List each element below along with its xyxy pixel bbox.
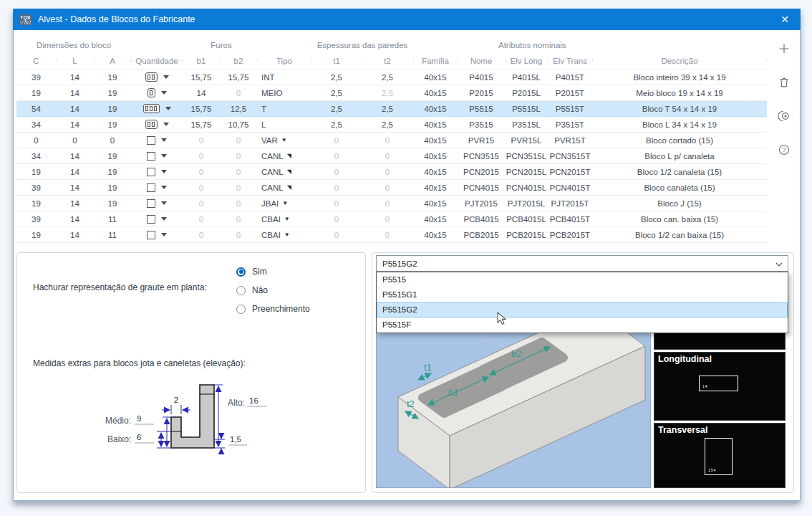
cell-a[interactable]: 19 bbox=[94, 105, 131, 113]
dropdown-arrow-icon[interactable] bbox=[165, 107, 171, 110]
cell-c[interactable]: 39 bbox=[16, 183, 56, 192]
cell-elv-long[interactable]: PVR15L bbox=[505, 136, 548, 145]
cell-l[interactable]: 14 bbox=[56, 199, 94, 208]
cell-b2[interactable]: 0 bbox=[220, 152, 257, 161]
dropdown-arrow-icon[interactable] bbox=[161, 217, 167, 221]
cell-elv-trans[interactable]: PCB4015T bbox=[548, 215, 592, 224]
cell-quantidade[interactable] bbox=[131, 104, 183, 113]
cell-quantidade[interactable] bbox=[131, 136, 183, 145]
titlebar[interactable]: TQS Alvest - Dados de Blocos do Fabrican… bbox=[13, 9, 801, 30]
tipo-dropdown-icon[interactable]: ▼ bbox=[282, 201, 288, 206]
cell-b2[interactable]: 0 bbox=[220, 89, 257, 97]
cell-elv-trans[interactable]: P2015T bbox=[548, 89, 592, 97]
cell-c[interactable]: 34 bbox=[16, 120, 56, 129]
cell-elv-trans[interactable]: PCN4015T bbox=[548, 183, 592, 192]
cell-l[interactable]: 14 bbox=[56, 152, 94, 161]
dropdown-option[interactable]: P5515F bbox=[377, 317, 788, 333]
cell-t1[interactable]: 0 bbox=[311, 183, 362, 192]
cell-elv-trans[interactable]: PVR15T bbox=[548, 136, 592, 145]
cell-l[interactable]: 14 bbox=[56, 73, 94, 82]
cell-t2[interactable]: 0 bbox=[362, 183, 413, 192]
cell-tipo[interactable]: CBAI▼ bbox=[257, 231, 311, 239]
cell-nome[interactable]: PCB4015 bbox=[458, 215, 505, 224]
cell-familia[interactable]: 40x15 bbox=[413, 183, 458, 192]
cell-a[interactable]: 19 bbox=[94, 183, 131, 192]
cell-quantidade[interactable] bbox=[131, 152, 183, 161]
cell-c[interactable]: 19 bbox=[16, 89, 56, 97]
close-button[interactable]: ✕ bbox=[769, 9, 801, 30]
cell-elv-long[interactable]: P2015L bbox=[505, 89, 548, 97]
cell-quantidade[interactable] bbox=[131, 120, 183, 129]
dropdown-arrow-icon[interactable] bbox=[161, 138, 167, 142]
cell-t2[interactable]: 2,5 bbox=[362, 73, 413, 82]
cell-elv-long[interactable]: PCN3515L bbox=[505, 152, 548, 161]
cell-tipo[interactable]: T bbox=[257, 105, 311, 113]
add-row-button[interactable] bbox=[775, 40, 793, 57]
table-row[interactable]: 19141900JBAI▼0040x15PJT2015PJT2015LPJT20… bbox=[16, 196, 767, 211]
dropdown-option[interactable]: P5515 bbox=[377, 272, 788, 287]
cell-c[interactable]: 34 bbox=[16, 152, 56, 161]
tipo-dropdown-icon[interactable]: ▼ bbox=[284, 232, 290, 238]
cell-elv-trans[interactable]: PCN2015T bbox=[548, 168, 592, 176]
cell-descricao[interactable]: Bloco cortado (15) bbox=[592, 136, 767, 145]
delete-row-button[interactable] bbox=[775, 74, 793, 91]
cell-familia[interactable]: 40x15 bbox=[413, 215, 458, 224]
cell-b2[interactable]: 0 bbox=[220, 168, 257, 176]
cell-elv-long[interactable]: P5515L bbox=[505, 105, 548, 113]
cell-c[interactable]: 19 bbox=[16, 199, 56, 208]
cell-tipo[interactable]: MEIO bbox=[257, 89, 311, 97]
cell-t2[interactable]: 2,5 bbox=[362, 89, 413, 97]
cell-familia[interactable]: 40x15 bbox=[413, 73, 458, 82]
cell-t1[interactable]: 0 bbox=[311, 168, 362, 176]
cell-b1[interactable]: 15,75 bbox=[183, 105, 220, 113]
dropdown-option[interactable]: P5515G1 bbox=[377, 287, 788, 302]
cell-a[interactable]: 19 bbox=[94, 168, 131, 176]
cell-a[interactable]: 19 bbox=[94, 152, 131, 161]
cell-b1[interactable]: 14 bbox=[183, 89, 220, 97]
block-variant-combobox[interactable]: P5515G2 bbox=[376, 255, 788, 272]
cell-familia[interactable]: 40x15 bbox=[413, 152, 458, 161]
cell-nome[interactable]: P5515 bbox=[458, 105, 505, 113]
cell-b1[interactable]: 0 bbox=[183, 231, 220, 239]
cell-nome[interactable]: PCB2015 bbox=[458, 231, 505, 239]
cell-tipo[interactable]: CBAI▼ bbox=[257, 215, 311, 224]
cell-nome[interactable]: P4015 bbox=[458, 73, 505, 82]
cell-descricao[interactable]: Meio bloco 19 x 14 x 19 bbox=[592, 89, 767, 97]
cell-descricao[interactable]: Bloco T 54 x 14 x 19 bbox=[592, 105, 767, 113]
cell-b1[interactable]: 0 bbox=[183, 152, 220, 161]
cell-c[interactable]: 54 bbox=[16, 105, 56, 113]
dropdown-arrow-icon[interactable] bbox=[163, 75, 169, 79]
cell-nome[interactable]: PCN4015 bbox=[458, 183, 505, 192]
dropdown-arrow-icon[interactable] bbox=[163, 123, 169, 126]
cell-l[interactable]: 14 bbox=[56, 89, 94, 97]
cell-nome[interactable]: PVR15 bbox=[458, 136, 505, 145]
cell-descricao[interactable]: Bloco 1/2 canaleta (15) bbox=[592, 168, 767, 176]
cell-t2[interactable]: 0 bbox=[362, 215, 413, 224]
cell-b1[interactable]: 0 bbox=[183, 136, 220, 145]
cell-c[interactable]: 19 bbox=[16, 168, 56, 176]
cell-tipo[interactable]: CANL◥ bbox=[257, 183, 311, 192]
cell-b2[interactable]: 0 bbox=[220, 215, 257, 224]
cell-t2[interactable]: 2,5 bbox=[362, 105, 413, 113]
cell-l[interactable]: 0 bbox=[56, 136, 94, 145]
cell-quantidade[interactable] bbox=[131, 231, 183, 239]
cell-t1[interactable]: 0 bbox=[311, 215, 362, 224]
cell-b1[interactable]: 15,75 bbox=[183, 73, 220, 82]
cell-familia[interactable]: 40x15 bbox=[413, 168, 458, 176]
dropdown-arrow-icon[interactable] bbox=[161, 186, 167, 189]
help-button[interactable]: ? bbox=[775, 141, 793, 158]
cell-elv-trans[interactable]: P4015T bbox=[548, 73, 592, 82]
dropdown-arrow-icon[interactable] bbox=[161, 233, 167, 236]
cell-t1[interactable]: 0 bbox=[311, 152, 362, 161]
cell-b2[interactable]: 10,75 bbox=[220, 120, 257, 129]
cell-c[interactable]: 39 bbox=[16, 73, 56, 82]
cell-elv-long[interactable]: PCN2015L bbox=[505, 168, 548, 176]
cell-descricao[interactable]: Bloco can. baixa (15) bbox=[592, 215, 767, 224]
table-row[interactable]: 39141900CANL◥0040x15PCN4015PCN4015LPCN40… bbox=[16, 180, 767, 196]
table-row[interactable]: 39141100CBAI▼0040x15PCB4015PCB4015LPCB40… bbox=[16, 211, 767, 227]
cell-t1[interactable]: 2,5 bbox=[311, 89, 362, 97]
radio-nao[interactable]: Não bbox=[236, 285, 268, 295]
cell-tipo[interactable]: L bbox=[257, 120, 311, 129]
cell-t2[interactable]: 0 bbox=[362, 152, 413, 161]
cell-elv-long[interactable]: PCB2015L bbox=[505, 231, 548, 239]
